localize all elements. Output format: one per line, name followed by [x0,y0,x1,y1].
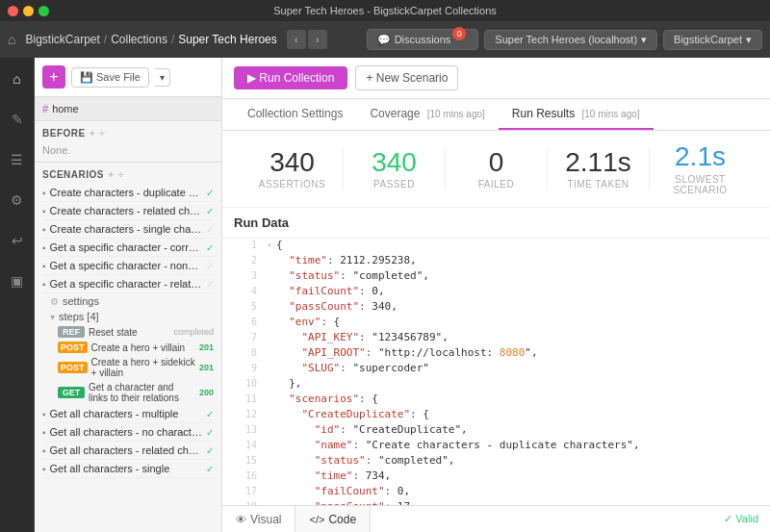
line-number: 2 [230,254,257,266]
left-toolbar: + 💾 Save File ▾ [35,58,221,97]
steps-list: REF Reset state completed POST Create a … [58,324,214,405]
step-code-3: 200 [199,388,214,397]
minimize-button[interactable] [23,6,34,16]
scenario-label-0: Create characters - duplicate charact... [50,187,202,198]
step-label-1: Create a hero + villain [91,342,195,353]
sidebar-icon-grid[interactable]: ▣ [4,267,31,294]
breadcrumb-bigstick[interactable]: BigstickCarpet [25,33,99,46]
folder-icon-9: ▪ [42,464,46,474]
tab-code[interactable]: </> Code [295,506,371,532]
panel-home-item[interactable]: # home [35,97,221,121]
nav-back[interactable]: ‹ [287,30,306,49]
scenario-item-5[interactable]: ▪ Get a specific character - related cha… [42,275,214,293]
nav-forward[interactable]: › [308,30,327,49]
scenario-item-8[interactable]: ▪ Get all characters - related character… [42,442,214,460]
step-item-1[interactable]: POST Create a hero + villain 201 [58,340,214,355]
code-line: 6 "env": { [222,316,770,331]
home-icon[interactable]: ⌂ [8,32,15,47]
step-item-3[interactable]: GET Get a character and links to their r… [58,380,214,405]
sidebar-icon-settings[interactable]: ⚙ [4,187,31,214]
step-code-1: 201 [199,342,214,352]
tab-run-results[interactable]: Run Results [10 mins ago] [499,99,654,130]
line-content: "API_ROOT": "http://localhost: 8080", [276,346,538,359]
add-button[interactable]: + [42,65,65,89]
folder-icon-1: ▪ [42,206,46,216]
steps-label: steps [4] [59,311,99,322]
discussions-button[interactable]: 💬 Discussions 0 [367,29,479,50]
step-label-2: Create a hero + sidekick + villain [91,357,195,378]
maximize-button[interactable] [38,6,49,16]
run-collection-button[interactable]: ▶ Run Collection [234,66,347,89]
line-number: 8 [230,346,257,358]
nav-right: 💬 Discussions 0 Super Tech Heroes (local… [367,29,762,50]
scenario-item-2[interactable]: ▪ Create characters - single character ✓ [42,220,214,239]
scenarios-add[interactable]: + [108,168,114,180]
scenario-item-9[interactable]: ▪ Get all characters - single ✓ [42,460,214,478]
before-section: BEFORE + ÷ None. [35,121,221,163]
main-content: ▶ Run Collection + New Scenario Collecti… [222,58,770,532]
env-selector[interactable]: Super Tech Heroes (localhost) ▾ [484,30,657,50]
line-content: "name": "Create characters - duplicate c… [276,439,640,451]
line-number: 5 [230,300,257,312]
steps-sub[interactable]: ▾ steps [4] [50,309,214,324]
folder-icon-7: ▪ [42,427,46,438]
line-number: 9 [230,362,257,373]
stat-assertions-label: ASSERTIONS [251,179,333,190]
line-content: "time": 2112.295238, [276,254,417,266]
close-button[interactable] [8,6,18,16]
title-bar: Super Tech Heroes - BigstickCarpet Colle… [0,0,770,21]
run-data-header: Run Data [222,208,770,239]
code-area[interactable]: 1▾{2 "time": 2112.295238,3 "status": "co… [222,239,770,505]
icon-sidebar: ⌂ ✎ ☰ ⚙ ↩ ▣ [0,58,35,532]
scenario-item-4[interactable]: ▪ Get a specific character - nonexistent… [42,257,214,275]
scenario-check-4: ✓ [206,261,214,271]
line-arrow [267,377,276,378]
settings-sub[interactable]: ⚙ settings [50,293,214,309]
stat-slowest-label: SLOWEST SCENARIO [659,174,741,195]
tab-visual[interactable]: 👁 Visual [222,506,295,532]
code-line: 12 "CreateDuplicate": { [222,408,770,423]
line-arrow [267,316,276,317]
scenario-label-4: Get a specific character - nonexistent .… [50,260,202,271]
user-menu[interactable]: BigstickCarpet ▾ [663,30,762,50]
stat-failed: 0 FAILED [446,148,548,190]
save-button[interactable]: 💾 Save File [71,67,149,88]
line-arrow [267,500,276,501]
code-line: 13 "id": "CreateDuplicate", [222,423,770,439]
sidebar-icon-edit[interactable]: ✎ [4,106,31,133]
settings-gear-icon: ⚙ [50,296,59,307]
line-content: "failCount": 0, [276,285,385,297]
step-item-2[interactable]: POST Create a hero + sidekick + villain … [58,355,214,380]
folder-icon-3: ▪ [42,242,46,253]
breadcrumb-current[interactable]: Super Tech Heroes [178,33,277,46]
sidebar-icon-back[interactable]: ↩ [4,227,31,254]
code-line: 3 "status": "completed", [222,269,770,285]
step-label-0: Reset state [89,327,169,338]
new-scenario-button[interactable]: + New Scenario [355,65,458,90]
stat-failed-label: FAILED [455,179,537,190]
scenario-item-1[interactable]: ▪ Create characters - related characters… [42,202,214,220]
line-arrow [267,362,276,363]
scenario-item-0[interactable]: ▪ Create characters - duplicate charact.… [42,184,214,202]
discussions-badge: 0 [452,27,466,40]
line-arrow: ▾ [267,239,276,250]
sidebar-icon-home[interactable]: ⌂ [4,65,31,92]
tabs: Collection Settings Coverage [10 mins ag… [222,99,770,131]
line-number: 10 [230,377,257,389]
run-data-section: Run Data 1▾{2 "time": 2112.295238,3 "sta… [222,208,770,505]
line-content: "SLUG": "supercoder" [276,362,429,374]
line-arrow [267,393,276,393]
scenario-item-6[interactable]: ▪ Get all characters - multiple ✓ [42,405,214,423]
before-add[interactable]: + [90,127,95,139]
scenario-item-7[interactable]: ▪ Get all characters - no characters exi… [42,423,214,442]
step-item-0[interactable]: REF Reset state completed [58,324,214,340]
tab-collection-settings[interactable]: Collection Settings [234,99,356,130]
save-dropdown-arrow[interactable]: ▾ [155,68,170,87]
sidebar-icon-list[interactable]: ☰ [4,146,31,173]
code-line: 10 }, [222,377,770,393]
stat-failed-value: 0 [455,148,537,178]
line-number: 14 [230,439,257,450]
scenario-item-3[interactable]: ▪ Get a specific character - correct res… [42,239,214,257]
tab-coverage[interactable]: Coverage [10 mins ago] [356,99,498,130]
breadcrumb-collections[interactable]: Collections [111,33,167,46]
